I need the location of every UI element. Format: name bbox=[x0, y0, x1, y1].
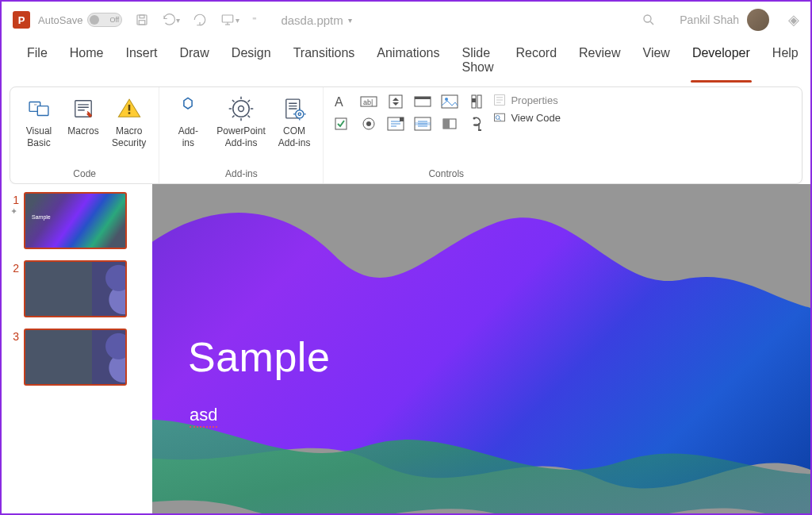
macros-button[interactable]: Macros bbox=[63, 90, 104, 149]
powerpoint-logo: P bbox=[13, 11, 30, 29]
slide-title-text[interactable]: Sample bbox=[188, 333, 330, 381]
tab-transitions[interactable]: Transitions bbox=[282, 38, 366, 86]
svg-rect-26 bbox=[477, 95, 481, 108]
ribbon-group-controls: A ab| Properties Vi bbox=[324, 87, 569, 183]
thumb-number: 1 bbox=[8, 192, 19, 206]
tab-home[interactable]: Home bbox=[59, 38, 115, 86]
autosave-toggle[interactable]: AutoSave Off bbox=[38, 13, 122, 27]
powerpoint-add-ins-button[interactable]: PowerPoint Add-ins bbox=[212, 90, 270, 149]
thumb-number: 3 bbox=[8, 329, 19, 343]
svg-text:ab|: ab| bbox=[363, 98, 373, 106]
save-icon[interactable] bbox=[135, 13, 149, 27]
svg-point-30 bbox=[366, 121, 371, 126]
spin-button-icon[interactable] bbox=[385, 94, 406, 110]
tab-insert[interactable]: Insert bbox=[114, 38, 168, 86]
svg-rect-23 bbox=[442, 95, 458, 108]
thumbnail-row: 2 bbox=[8, 260, 146, 317]
ribbon-group-code: Visual Basic Macros Macro Security Code bbox=[10, 87, 159, 183]
visual-basic-button[interactable]: Visual Basic bbox=[18, 90, 59, 149]
slide-thumbnail-3[interactable] bbox=[24, 329, 127, 386]
ribbon-group-label: Controls bbox=[428, 167, 464, 181]
listbox-control-icon[interactable] bbox=[412, 116, 433, 132]
svg-rect-3 bbox=[223, 15, 234, 22]
toggle-button-icon[interactable] bbox=[439, 116, 460, 132]
user-account[interactable]: Pankil Shah bbox=[680, 9, 769, 31]
slide-canvas[interactable]: Sample asd bbox=[152, 184, 810, 515]
option-button-icon[interactable] bbox=[358, 116, 379, 132]
svg-rect-36 bbox=[443, 119, 450, 129]
ribbon-tabs: File Home Insert Draw Design Transitions… bbox=[2, 38, 810, 86]
tab-help[interactable]: Help bbox=[761, 38, 810, 86]
workspace: 1 ✦ Sample 2 3 bbox=[2, 184, 810, 515]
svg-text:A: A bbox=[335, 95, 343, 109]
view-code-button[interactable]: View Code bbox=[493, 111, 561, 124]
tab-developer[interactable]: Developer bbox=[681, 38, 761, 86]
svg-rect-11 bbox=[128, 112, 130, 114]
user-name-label: Pankil Shah bbox=[680, 13, 739, 26]
svg-rect-10 bbox=[128, 105, 130, 111]
svg-rect-1 bbox=[140, 15, 144, 18]
svg-rect-34 bbox=[415, 122, 431, 125]
svg-rect-22 bbox=[415, 97, 431, 99]
tab-view[interactable]: View bbox=[632, 38, 681, 86]
svg-point-13 bbox=[239, 106, 244, 112]
undo-icon[interactable]: ▾ bbox=[162, 13, 180, 27]
tab-file[interactable]: File bbox=[16, 38, 59, 86]
filename[interactable]: dasda.pptm ▾ bbox=[281, 13, 351, 27]
thumbnail-row: 1 ✦ Sample bbox=[8, 192, 146, 249]
svg-marker-8 bbox=[87, 113, 91, 117]
textbox-control-icon[interactable]: ab| bbox=[358, 94, 379, 110]
scrollbar-control-icon[interactable] bbox=[466, 94, 487, 110]
svg-rect-27 bbox=[472, 98, 476, 102]
svg-rect-6 bbox=[37, 106, 48, 116]
search-icon[interactable] bbox=[642, 13, 656, 27]
macro-security-button[interactable]: Macro Security bbox=[107, 90, 151, 149]
more-controls-icon[interactable] bbox=[466, 116, 487, 132]
avatar bbox=[747, 9, 769, 31]
svg-point-24 bbox=[445, 98, 448, 101]
svg-point-15 bbox=[296, 110, 304, 118]
svg-point-4 bbox=[644, 15, 651, 22]
tab-slide-show[interactable]: Slide Show bbox=[450, 38, 504, 86]
checkbox-control-icon[interactable] bbox=[331, 116, 352, 132]
tab-design[interactable]: Design bbox=[220, 38, 282, 86]
animation-indicator-icon: ✦ bbox=[10, 206, 17, 217]
properties-button: Properties bbox=[493, 94, 561, 106]
image-control-icon[interactable] bbox=[439, 94, 460, 110]
titlebar: P AutoSave Off ▾ ▾ ⁼ dasda.pptm ▾ Pankil… bbox=[2, 2, 810, 38]
svg-point-37 bbox=[473, 117, 476, 120]
slide-thumbnails-panel: 1 ✦ Sample 2 3 bbox=[2, 184, 152, 515]
svg-rect-2 bbox=[140, 21, 146, 25]
tab-review[interactable]: Review bbox=[568, 38, 631, 86]
svg-rect-32 bbox=[400, 117, 404, 121]
slideshow-from-start-icon[interactable]: ▾ bbox=[220, 13, 239, 27]
com-add-ins-button[interactable]: COM Add-ins bbox=[274, 90, 316, 149]
thumb-number: 2 bbox=[8, 260, 19, 275]
slide-thumbnail-1[interactable]: Sample bbox=[24, 192, 127, 249]
command-button-icon[interactable] bbox=[412, 94, 433, 110]
tab-draw[interactable]: Draw bbox=[168, 38, 220, 86]
chevron-down-icon: ▾ bbox=[348, 16, 352, 25]
svg-rect-20 bbox=[389, 95, 402, 108]
redo-icon[interactable] bbox=[193, 13, 207, 27]
slide-thumbnail-2[interactable] bbox=[24, 260, 127, 317]
controls-grid: A ab| bbox=[331, 90, 487, 135]
thumbnail-row: 3 bbox=[8, 329, 146, 386]
tab-animations[interactable]: Animations bbox=[366, 38, 450, 86]
autosave-label: AutoSave bbox=[38, 14, 82, 26]
qat-customize-icon[interactable]: ⁼ bbox=[252, 15, 257, 25]
ribbon-group-label: Add-ins bbox=[225, 167, 258, 181]
ribbon-group-label: Code bbox=[73, 167, 96, 181]
toggle-switch[interactable]: Off bbox=[87, 13, 122, 27]
ribbon-group-addins: Add- ins PowerPoint Add-ins COM Add-ins … bbox=[159, 87, 324, 183]
add-ins-button[interactable]: Add- ins bbox=[167, 90, 209, 149]
tab-record[interactable]: Record bbox=[504, 38, 568, 86]
ribbon-body: Visual Basic Macros Macro Security Code … bbox=[10, 86, 802, 184]
svg-point-12 bbox=[233, 101, 249, 117]
combobox-control-icon[interactable] bbox=[385, 116, 406, 132]
slide-subtitle-text[interactable]: asd bbox=[190, 405, 217, 428]
diamond-icon[interactable]: ◈ bbox=[788, 11, 799, 29]
label-control-icon[interactable]: A bbox=[331, 94, 352, 110]
quick-access-toolbar: ▾ ▾ ⁼ bbox=[135, 13, 257, 27]
